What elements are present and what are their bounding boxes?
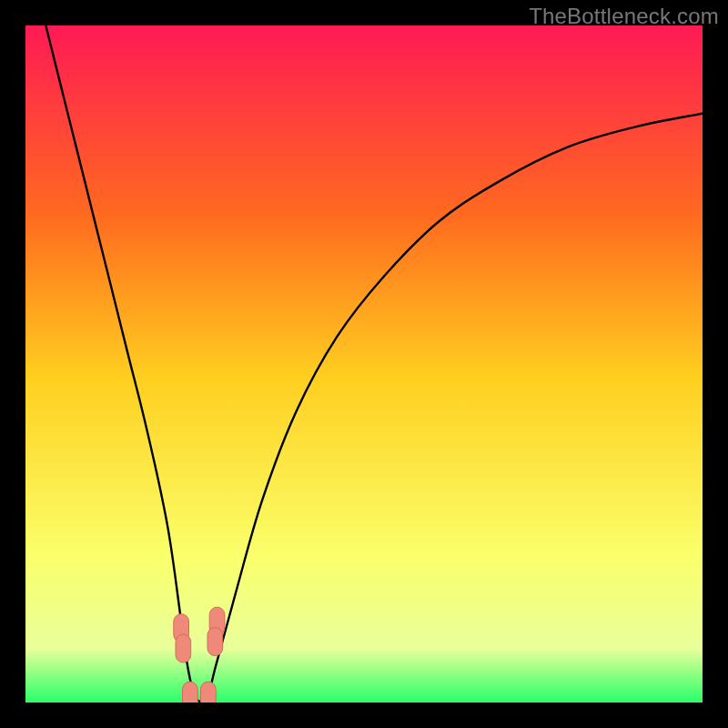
marker-valley-right xyxy=(201,682,217,703)
chart-svg xyxy=(25,25,703,703)
chart-frame: TheBottleneck.com xyxy=(0,0,728,728)
marker-left-bot-cap xyxy=(176,634,191,662)
chart-plot-area xyxy=(25,25,703,703)
gradient-background xyxy=(25,25,703,703)
marker-valley-left xyxy=(183,682,198,703)
watermark-text: TheBottleneck.com xyxy=(529,4,719,29)
marker-right-bot-cap xyxy=(207,628,223,656)
